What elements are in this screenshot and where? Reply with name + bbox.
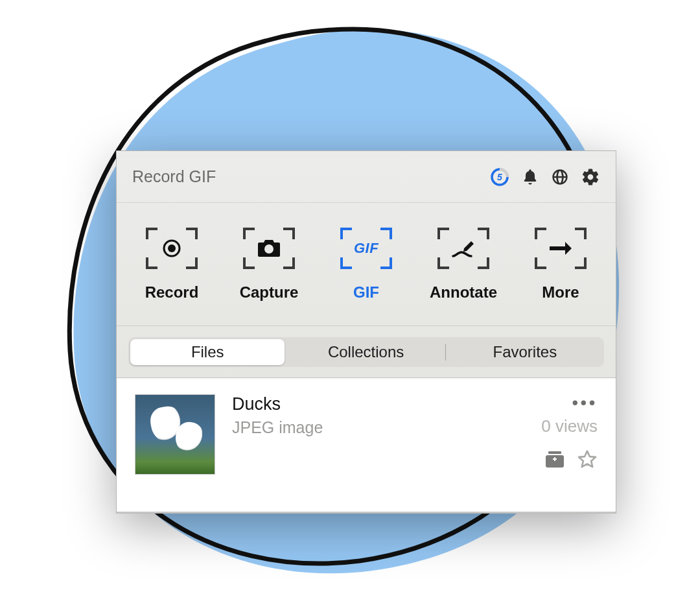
more-options-button[interactable]: ••• — [572, 394, 598, 411]
arrow-right-icon — [535, 228, 587, 269]
list-item[interactable]: Ducks JPEG image ••• 0 views — [117, 379, 616, 490]
tool-more[interactable]: More — [515, 228, 606, 302]
tab-favorites[interactable]: Favorites — [446, 337, 604, 367]
camera-icon — [243, 228, 295, 269]
view-tabs: Files Collections Favorites — [117, 326, 616, 378]
titlebar: Record GIF 5 — [117, 151, 616, 203]
svg-text:5: 5 — [497, 172, 502, 182]
item-subtitle: JPEG image — [232, 418, 524, 437]
tool-label: GIF — [353, 283, 379, 302]
tool-label: Annotate — [430, 283, 497, 302]
tool-label: Capture — [240, 283, 299, 302]
titlebar-actions: 5 — [490, 167, 600, 187]
window-title: Record GIF — [132, 167, 216, 186]
svg-point-3 — [168, 244, 176, 252]
svg-rect-5 — [546, 455, 564, 468]
tool-capture[interactable]: Capture — [224, 228, 314, 302]
favorite-star-icon[interactable] — [577, 449, 598, 470]
tool-annotate[interactable]: Annotate — [418, 228, 509, 302]
bell-icon[interactable] — [521, 168, 539, 186]
svg-rect-7 — [554, 457, 555, 461]
item-views: 0 views — [541, 416, 598, 436]
tool-gif[interactable]: GIF GIF — [321, 228, 412, 302]
record-dot-icon — [146, 228, 198, 269]
tool-record[interactable]: Record — [126, 228, 217, 302]
tool-label: Record — [145, 283, 199, 302]
item-title: Ducks — [232, 394, 524, 414]
pencil-line-icon — [437, 228, 489, 269]
gif-text-icon: GIF — [340, 228, 392, 269]
app-window: Record GIF 5 — [116, 150, 616, 514]
countdown-timer-icon[interactable]: 5 — [490, 167, 509, 187]
gear-icon[interactable] — [581, 167, 600, 187]
tool-label: More — [542, 283, 579, 302]
add-to-collection-icon[interactable] — [544, 449, 565, 470]
thumbnail — [135, 394, 215, 475]
main-toolbar: Record Capture GIF GIF — [117, 203, 616, 326]
tab-collections[interactable]: Collections — [286, 337, 445, 367]
svg-rect-4 — [548, 451, 561, 454]
file-list: Ducks JPEG image ••• 0 views — [117, 378, 616, 513]
tab-files[interactable]: Files — [130, 339, 285, 365]
globe-icon[interactable] — [551, 168, 569, 186]
